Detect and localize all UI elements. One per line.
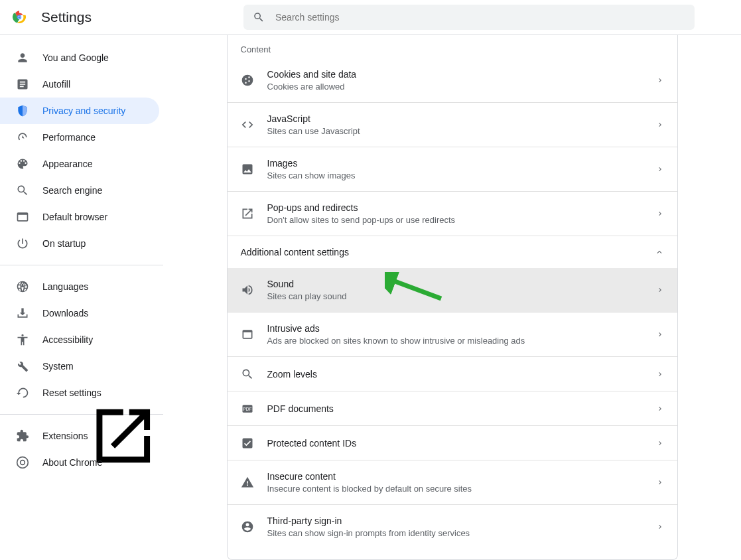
- chevron-right-icon: [656, 405, 664, 413]
- sidebar-item-privacy-and-security[interactable]: Privacy and security: [0, 98, 159, 124]
- sidebar-item-on-startup[interactable]: On startup: [0, 230, 159, 257]
- sidebar-item-label: You and Google: [42, 52, 109, 63]
- additional-content-settings-row[interactable]: Additional content settings: [228, 236, 677, 268]
- additional-content-settings-label: Additional content settings: [241, 247, 349, 257]
- row-title: Images: [267, 157, 656, 170]
- sidebar-item-label: Languages: [42, 281, 88, 292]
- sidebar-item-languages[interactable]: Languages: [0, 273, 159, 300]
- account-icon: [241, 520, 254, 533]
- sidebar-item-label: System: [42, 361, 74, 372]
- autofill-icon: [16, 78, 29, 91]
- row-title: PDF documents: [267, 402, 656, 415]
- sidebar: You and GoogleAutofillPrivacy and securi…: [0, 35, 163, 560]
- setting-row-cookies-and-site-data[interactable]: Cookies and site dataCookies are allowed: [228, 58, 677, 102]
- chevron-right-icon: [656, 523, 664, 531]
- webasset-icon: [241, 328, 254, 341]
- setting-row-sound[interactable]: SoundSites can play sound: [228, 268, 677, 312]
- chevron-right-icon: [656, 76, 664, 84]
- search-box[interactable]: [243, 5, 695, 30]
- row-subtitle: Sites can use Javascript: [267, 125, 656, 137]
- sidebar-item-accessibility[interactable]: Accessibility: [0, 326, 159, 353]
- row-title: Sound: [267, 277, 656, 291]
- setting-row-third-party-sign-in[interactable]: Third-party sign-inSites can show sign-i…: [228, 504, 677, 549]
- access-icon: [16, 333, 29, 346]
- row-title: Zoom levels: [267, 368, 656, 381]
- chevron-right-icon: [656, 121, 664, 129]
- chevron-right-icon: [656, 370, 664, 378]
- setting-row-protected-content-ids[interactable]: Protected content IDs: [228, 425, 677, 460]
- sidebar-item-label: Default browser: [42, 212, 107, 222]
- launch-icon: [241, 207, 254, 220]
- setting-row-zoom-levels[interactable]: Zoom levels: [228, 356, 677, 391]
- row-subtitle: Sites can show sign-in prompts from iden…: [267, 527, 656, 539]
- sidebar-item-label: Autofill: [42, 79, 70, 90]
- code-icon: [241, 118, 254, 131]
- external-link-icon: [88, 386, 159, 486]
- settings-panel: Content Cookies and site dataCookies are…: [227, 35, 678, 560]
- chrome-logo-icon: [12, 10, 27, 25]
- sidebar-divider: [0, 265, 163, 265]
- search-input[interactable]: [275, 12, 685, 23]
- puzzle-icon: [16, 429, 29, 443]
- chevron-right-icon: [656, 165, 664, 173]
- sidebar-item-performance[interactable]: Performance: [0, 124, 159, 151]
- row-subtitle: Insecure content is blocked by default o…: [267, 483, 656, 495]
- sidebar-item-you-and-google[interactable]: You and Google: [0, 44, 159, 71]
- reset-icon: [16, 386, 29, 399]
- row-title: Insecure content: [267, 470, 656, 483]
- pdf-icon: [241, 402, 254, 415]
- sidebar-item-downloads[interactable]: Downloads: [0, 300, 159, 326]
- sidebar-item-autofill[interactable]: Autofill: [0, 71, 159, 98]
- sidebar-item-label: Privacy and security: [42, 105, 125, 116]
- chevron-right-icon: [656, 478, 664, 486]
- warn-icon: [241, 476, 254, 489]
- person-icon: [16, 51, 29, 64]
- row-title: JavaScript: [267, 112, 656, 125]
- row-subtitle: Don't allow sites to send pop-ups or use…: [267, 214, 656, 226]
- cookie-icon: [241, 74, 254, 87]
- sidebar-item-appearance[interactable]: Appearance: [0, 151, 159, 177]
- sidebar-item-label: Search engine: [42, 185, 102, 196]
- palette-icon: [16, 157, 29, 171]
- sidebar-item-label: Appearance: [42, 159, 93, 169]
- row-title: Cookies and site data: [267, 68, 656, 81]
- search-icon: [253, 11, 265, 23]
- setting-row-insecure-content[interactable]: Insecure contentInsecure content is bloc…: [228, 460, 677, 504]
- browser-icon: [16, 210, 29, 224]
- row-subtitle: Sites can play sound: [267, 291, 656, 303]
- globe-icon: [16, 280, 29, 293]
- chevron-right-icon: [656, 330, 664, 338]
- svg-point-7: [18, 16, 21, 19]
- row-subtitle: Sites can show images: [267, 170, 656, 182]
- setting-row-intrusive-ads[interactable]: Intrusive adsAds are blocked on sites kn…: [228, 312, 677, 356]
- setting-row-images[interactable]: ImagesSites can show images: [228, 147, 677, 191]
- setting-row-pdf-documents[interactable]: PDF documents: [228, 391, 677, 425]
- sidebar-item-label: Accessibility: [42, 334, 93, 345]
- power-icon: [16, 237, 29, 250]
- topbar: Settings: [0, 0, 741, 35]
- chevron-up-icon: [655, 247, 664, 257]
- sidebar-item-label: Performance: [42, 132, 96, 143]
- sidebar-item-label: Extensions: [42, 431, 88, 441]
- section-title-content: Content: [228, 35, 677, 58]
- setting-row-javascript[interactable]: JavaScriptSites can use Javascript: [228, 102, 677, 147]
- app-title: Settings: [41, 9, 92, 25]
- chevron-right-icon: [656, 286, 664, 294]
- shield-icon: [16, 104, 29, 117]
- search-icon: [16, 184, 29, 197]
- sidebar-item-default-browser[interactable]: Default browser: [0, 204, 159, 230]
- sidebar-item-label: Downloads: [42, 308, 88, 318]
- protected-icon: [241, 437, 254, 450]
- setting-row-pop-ups-and-redirects[interactable]: Pop-ups and redirectsDon't allow sites t…: [228, 191, 677, 236]
- download-icon: [16, 307, 29, 320]
- zoom-icon: [241, 368, 254, 381]
- speed-icon: [16, 131, 29, 144]
- sidebar-item-search-engine[interactable]: Search engine: [0, 177, 159, 204]
- sidebar-item-extensions[interactable]: Extensions: [0, 423, 159, 449]
- row-title: Protected content IDs: [267, 437, 656, 450]
- sidebar-item-system[interactable]: System: [0, 353, 159, 380]
- image-icon: [241, 163, 254, 176]
- row-title: Intrusive ads: [267, 322, 656, 335]
- sidebar-item-label: On startup: [42, 238, 86, 249]
- row-subtitle: Cookies are allowed: [267, 81, 656, 93]
